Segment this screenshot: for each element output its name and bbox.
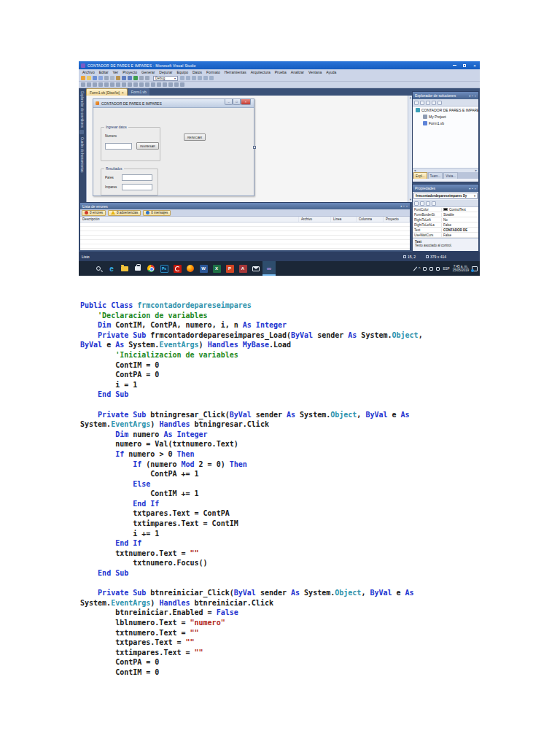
language-indicator[interactable]: ESP [443,267,449,271]
refresh-icon[interactable] [420,101,424,105]
chevron-down-icon[interactable]: ▾ [474,194,475,198]
toolbar-tool-icon[interactable] [192,76,196,80]
action-center-icon[interactable] [472,266,478,271]
menu-item-ver[interactable]: Ver [111,70,121,74]
minimize-icon[interactable] [449,61,459,69]
designer-layout-tool-icon[interactable] [87,82,91,87]
store-icon[interactable] [131,261,144,276]
window-menu-icon[interactable]: ▾ [400,204,402,208]
tree-item-form1-vb[interactable]: Form1.vb [413,120,478,126]
undo-icon[interactable] [122,76,126,80]
panel-close-icon[interactable]: × [475,187,476,190]
toolbar-tool-icon[interactable] [209,76,214,80]
designer-layout-tool-icon[interactable] [180,82,184,87]
reiniciar-button[interactable]: REINICIAR [184,133,206,141]
designer-layout-tool-icon[interactable] [98,82,103,87]
pares-textbox[interactable] [122,174,152,181]
menu-item-analizar[interactable]: Analizar [289,70,306,74]
menu-item-arquitectura[interactable]: Arquitectura [249,70,273,74]
designer-layout-tool-icon[interactable] [104,82,109,87]
save-all-icon[interactable] [98,76,103,80]
redo-icon[interactable] [128,76,132,80]
pin-icon[interactable]: ▪ [403,204,404,208]
toolbar-tool-icon[interactable] [198,76,202,80]
copy-icon[interactable] [110,76,114,80]
form-resize-handle[interactable] [253,146,256,149]
impares-textbox[interactable] [122,184,152,190]
designer-layout-tool-icon[interactable] [110,82,114,87]
column-header-descripci-n[interactable]: Descripción [80,217,299,222]
tree-item-contador-de-pares-e-impare[interactable]: CONTADOR DE PARES E IMPARE [413,107,478,113]
acrobat-icon[interactable] [171,261,184,276]
debug-configuration-select[interactable]: Debug▾ [153,76,178,81]
word-icon[interactable]: W [197,261,210,276]
property-row-righttoleft[interactable]: RightToLeftNo [413,217,478,222]
save-icon[interactable] [93,76,97,80]
menu-item-archivo[interactable]: Archivo [80,70,97,74]
property-row-righttoleftla[interactable]: RightToLeftLaFalse [413,222,478,228]
close-icon[interactable]: × [470,61,480,69]
designer-layout-tool-icon[interactable] [168,82,173,87]
menu-item-generar[interactable]: Generar [139,70,157,74]
firefox-icon[interactable] [184,261,197,276]
paste-icon[interactable] [116,76,120,80]
window-menu-icon[interactable]: ▾ [469,187,470,190]
file-explorer-icon[interactable] [118,261,131,276]
volume-icon[interactable] [429,267,433,271]
alphabetical-icon[interactable] [420,201,424,206]
property-row-usewaitcurs[interactable]: UseWaitCursFalse [413,233,478,238]
filter-0-advertencias[interactable]: 0 advertencias [108,210,141,216]
categorized-icon[interactable] [414,201,419,206]
ingresar-button[interactable]: INGRESAR [136,142,159,150]
mail-icon[interactable] [249,261,262,276]
excel-icon[interactable]: X [210,261,223,276]
maximize-icon[interactable] [459,61,470,69]
new-project-icon[interactable] [81,76,85,80]
properties-view-icon[interactable] [426,201,430,206]
menu-item-equipo[interactable]: Equipo [174,70,190,74]
toolbar-tool-icon[interactable] [180,76,184,80]
designer-layout-tool-icon[interactable] [128,82,132,87]
panel-close-icon[interactable]: × [475,94,476,98]
property-row-fontcolor[interactable]: FontColorControlText [413,207,478,212]
open-file-icon[interactable] [87,76,91,80]
pin-icon[interactable]: ▪ [472,94,472,98]
designed-form[interactable]: CONTADOR DE PARES E IMPARES – □ × Ingres… [93,98,254,196]
clock[interactable]: 7:45 a. m. 15/05/2019 [452,265,469,272]
properties-icon[interactable] [438,101,442,105]
designer-layout-tool-icon[interactable] [133,82,138,87]
search-icon[interactable] [92,261,105,276]
toolbar-tool-icon[interactable] [203,76,208,80]
designer-layout-tool-icon[interactable] [139,82,144,87]
designer-layout-tool-icon[interactable] [116,82,120,87]
menu-item-ventana[interactable]: Ventana [306,70,324,74]
designer-layout-tool-icon[interactable] [81,82,85,87]
tab-close-icon[interactable]: × [122,90,124,95]
view-designer-icon[interactable] [432,101,436,105]
designer-layout-tool-icon[interactable] [93,82,97,87]
filter-0-mensajes[interactable]: 0 mensajes [143,210,171,216]
menu-item-editar[interactable]: Editar [97,70,111,74]
photoshop-icon[interactable]: Ps [158,261,171,276]
home-icon[interactable] [414,101,419,105]
menu-item-formato[interactable]: Formato [204,70,222,74]
menu-item-depurar[interactable]: Depurar [157,70,174,74]
designer-layout-tool-icon[interactable] [145,82,149,87]
filter-0-errores[interactable]: 0 errores [82,210,106,216]
side-tab-explorador-de-servidores[interactable]: Explorador de servidores [80,91,84,128]
designer-layout-tool-icon[interactable] [174,82,179,87]
numero-textbox[interactable] [105,143,132,150]
break-icon[interactable] [139,76,144,80]
stop-icon[interactable] [145,76,149,80]
tab-form1-vb-dise-o[interactable]: Form1.vb [Diseño]× [86,88,128,96]
events-icon[interactable] [432,201,436,206]
chevron-up-icon[interactable]: ^ [419,266,421,271]
chevron-down-icon[interactable]: ▾ [174,77,176,80]
tool-tab-team[interactable]: Team... [428,172,443,179]
property-row-formborderst[interactable]: FormBorderStSizable [413,212,478,217]
powerpoint-icon[interactable]: P [223,261,236,276]
window-menu-icon[interactable]: ▾ [469,94,470,98]
toolbar-tool-icon[interactable] [186,76,190,80]
designer-layout-tool-icon[interactable] [151,82,155,87]
menu-item-ayuda[interactable]: Ayuda [324,70,338,74]
